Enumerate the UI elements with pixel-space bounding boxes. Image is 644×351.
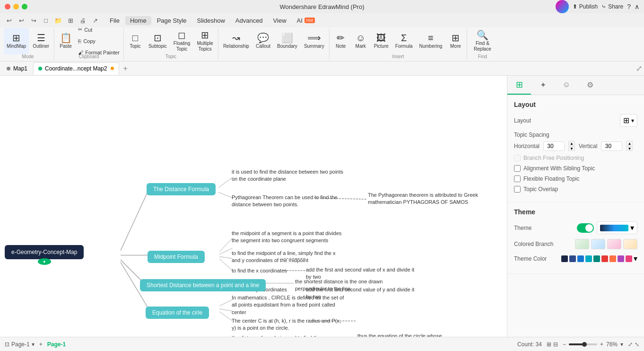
mindmap-button[interactable]: ⊞ MindMap [4, 28, 29, 54]
color-7[interactable] [609, 255, 616, 262]
horizontal-down[interactable]: ▼ [568, 146, 575, 151]
formula-button[interactable]: Σ Formula [392, 28, 416, 54]
zoom-plus-button[interactable]: + [600, 341, 603, 348]
branch-opt2[interactable] [591, 239, 605, 249]
outliner-button[interactable]: ☰ Outliner [30, 28, 52, 54]
open-button[interactable]: 📁 [53, 15, 63, 26]
colored-branch-label: Colored Branch [514, 241, 553, 247]
status-right: Count: 34 ⊞ ⊟ − + 76% ▾ ⤢ ⤡ [517, 341, 639, 348]
branch-opt4[interactable] [623, 239, 637, 249]
numbering-button[interactable]: ≡ Numbering [416, 28, 445, 54]
collapse-icon[interactable]: ⤡ [635, 341, 639, 348]
panel-tab-settings[interactable]: ⚙ [578, 76, 602, 95]
window-controls[interactable] [5, 4, 27, 9]
summary-button[interactable]: ⟹ Summary [301, 28, 327, 54]
share-button[interactable]: ⤷Share [601, 3, 623, 10]
tab-map2[interactable]: Coordinate...ncept Map2 [33, 62, 119, 75]
add-page-button[interactable]: + [39, 341, 43, 348]
panel-tab-layout[interactable]: ⊞ [507, 76, 531, 95]
horizontal-stepper[interactable]: ▲ ▼ [568, 141, 575, 151]
theme-dropdown[interactable]: ▾ [597, 221, 637, 234]
add-tab-button[interactable]: + [120, 64, 130, 73]
expand-view-button[interactable]: ⤢ [636, 64, 642, 73]
note-button[interactable]: ✏ Note [331, 28, 350, 54]
branch-circle[interactable]: Equation of the cirle [146, 307, 209, 319]
zoom-slider[interactable] [569, 343, 597, 345]
zoom-minus-button[interactable]: − [563, 341, 566, 348]
cut-button[interactable]: ✂ Cut [76, 25, 122, 35]
branch-midpoint[interactable]: Midpoint Formula [148, 251, 205, 263]
color-1[interactable] [561, 255, 568, 262]
menu-advanced[interactable]: Advanced [231, 16, 268, 25]
vertical-up[interactable]: ▲ [626, 141, 633, 146]
more-button[interactable]: ⊞ More [446, 28, 465, 54]
current-page-label[interactable]: Page-1 [11, 341, 30, 348]
grid-button[interactable]: ⊞ [65, 15, 76, 26]
branch-opt1[interactable] [575, 239, 589, 249]
color-6[interactable] [601, 255, 608, 262]
subtopic-icon: ⊡ [154, 33, 162, 43]
tab-map1[interactable]: Map1 [2, 62, 32, 75]
topicoverlap-checkbox[interactable] [514, 186, 521, 193]
subtopic-button[interactable]: ⊡ Subtopic [146, 28, 170, 54]
boundary-button[interactable]: ⬜ Boundary [274, 28, 300, 54]
help-button[interactable]: ? [627, 3, 631, 10]
grid-view-icon[interactable]: ⊞ [547, 341, 551, 348]
paste-button[interactable]: 📋 Paste [56, 28, 75, 54]
theme-color-arrow[interactable]: ▾ [634, 254, 637, 263]
layout-selector[interactable]: ⊞ ▾ [620, 114, 637, 127]
color-3[interactable] [577, 255, 584, 262]
minimize-button[interactable] [13, 4, 19, 9]
menu-file[interactable]: File [105, 16, 124, 25]
branchfree-checkbox[interactable] [514, 155, 521, 161]
color-9[interactable] [626, 255, 632, 262]
undo-button[interactable]: ↩ [4, 15, 14, 26]
collapse-ribbon-button[interactable]: ∧ [635, 3, 639, 10]
floatingtopic-button[interactable]: ◻ Floating Topic [171, 28, 193, 54]
redo-button[interactable]: ↪ [28, 15, 39, 26]
topic-button[interactable]: □ Topic [126, 28, 145, 54]
menu-ai[interactable]: AI Hot [292, 16, 320, 25]
color-5[interactable] [593, 255, 600, 262]
menu-slideshow[interactable]: Slideshow [192, 16, 230, 25]
findreplace-button[interactable]: 🔍 Find & Replace [469, 28, 496, 54]
publish-button[interactable]: ⬆Publish [573, 3, 598, 10]
callout-button[interactable]: 💬 Callout [253, 28, 273, 54]
menu-home[interactable]: Home [125, 16, 151, 25]
flexiblefloating-checkbox[interactable] [514, 176, 521, 182]
menu-pagestyle[interactable]: Page Style [152, 16, 191, 25]
zoom-dropdown[interactable]: ▾ [620, 341, 623, 348]
color-8[interactable] [618, 255, 624, 262]
undo-button2[interactable]: ↩ [16, 15, 26, 26]
branch-opt3[interactable] [607, 239, 621, 249]
horizontal-input[interactable] [543, 141, 565, 151]
vertical-down[interactable]: ▼ [626, 146, 633, 151]
new-button[interactable]: □ [41, 15, 51, 26]
close-button[interactable] [5, 4, 10, 9]
relationship-button[interactable]: ↝ Relationship [220, 28, 252, 54]
user-avatar[interactable] [556, 0, 569, 13]
vertical-stepper[interactable]: ▲ ▼ [626, 141, 633, 151]
root-node[interactable]: e-Geometry-Concept-Map ● [5, 245, 84, 259]
zoom-level[interactable]: 76% [606, 341, 618, 348]
menu-view[interactable]: View [269, 16, 291, 25]
multipletopics-button[interactable]: ⊞ Multiple Topics [194, 28, 216, 54]
color-2[interactable] [569, 255, 576, 262]
list-view-icon[interactable]: ⊟ [553, 341, 558, 348]
maximize-button[interactable] [22, 4, 27, 9]
theme-toggle[interactable] [577, 223, 594, 233]
branch-shortest[interactable]: Shortest Distance between a point and a … [140, 279, 266, 291]
panel-tab-ai[interactable]: ✦ [531, 76, 555, 95]
panel-tab-emoji[interactable]: ☺ [555, 76, 578, 95]
copy-button[interactable]: ⎘ Copy [76, 36, 122, 46]
color-4[interactable] [585, 255, 592, 262]
expand-icon[interactable]: ⤢ [628, 341, 633, 348]
canvas[interactable]: e-Geometry-Concept-Map ● The Distance Fo… [0, 76, 507, 337]
picture-button[interactable]: 🖼 Picture [371, 28, 392, 54]
branch-distance[interactable]: The Distance Formula [147, 183, 216, 195]
alignment-checkbox[interactable] [514, 165, 521, 172]
horizontal-up[interactable]: ▲ [568, 141, 575, 146]
mark-button[interactable]: ☺ Mark [351, 28, 370, 54]
page-dropdown[interactable]: ▾ [32, 341, 35, 348]
vertical-input[interactable] [601, 141, 622, 151]
